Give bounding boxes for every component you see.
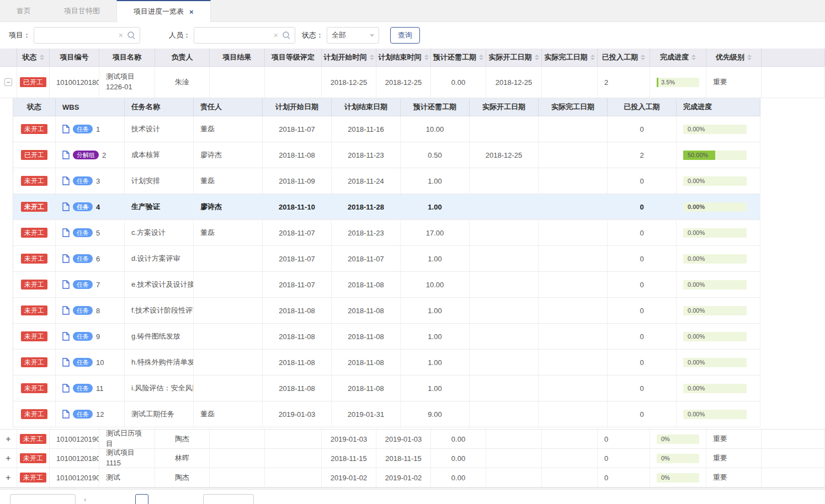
column-header[interactable]: 状态	[13, 98, 56, 116]
wbs-number: 8	[96, 307, 100, 315]
cell-name: 测试项目1115	[99, 449, 155, 468]
cell-plan_start: 2018-11-10	[263, 194, 332, 220]
sort-icon[interactable]	[747, 55, 752, 60]
progress-value: 0.00%	[688, 306, 705, 315]
task-row[interactable]: 未开工任务6d.设计方案评审2018-11-072018-11-071.0000…	[13, 246, 760, 272]
expand-icon[interactable]: +	[4, 454, 12, 462]
cell-progress: 0.00%	[677, 350, 760, 376]
column-header[interactable]: 预计还需工期	[431, 49, 486, 67]
column-header[interactable]: 优先级别	[706, 49, 762, 67]
column-header[interactable]: 计划开始日期	[263, 98, 332, 116]
task-row[interactable]: 未开工任务10h.特殊外购件清单发放2018-11-082018-11-081.…	[13, 350, 760, 376]
task-row[interactable]: 已开工分解组2成本核算廖诗杰2018-11-082018-11-230.5020…	[13, 142, 760, 168]
expand-icon[interactable]: +	[4, 435, 12, 443]
clear-icon[interactable]: ×	[116, 31, 125, 40]
sort-icon[interactable]	[535, 55, 539, 60]
column-header[interactable]: 实际开工日期	[470, 98, 539, 116]
column-header[interactable]: 计划结束时间	[376, 49, 431, 67]
cell-invested: 0	[608, 168, 677, 194]
collapse-icon[interactable]: −	[4, 78, 12, 86]
project-row[interactable]: −已开工1010012018000测试项目1226-01朱淦2018-12-25…	[0, 67, 825, 98]
column-header[interactable]: 项目编号	[50, 49, 99, 67]
clear-icon[interactable]: ×	[272, 31, 280, 40]
task-row[interactable]: 未开工任务7e.技术设计及设计接口2018-11-072018-11-0810.…	[13, 272, 760, 298]
project-row[interactable]: +未开工1010012019000测试陶杰2019-01-022019-01-0…	[0, 468, 825, 487]
column-header[interactable]: 计划结束日期	[332, 98, 401, 116]
column-header[interactable]: 任务名称	[125, 98, 194, 116]
tab-1[interactable]: 首页	[0, 0, 47, 22]
column-header[interactable]: 已投入工期	[608, 98, 677, 116]
cell-actual_start	[486, 430, 542, 449]
column-header[interactable]: 实际完工日期	[542, 49, 598, 67]
task-row[interactable]: 未开工任务11i.风险评估：安全风险2018-11-082018-11-081.…	[13, 376, 760, 401]
task-row[interactable]: 未开工任务8f.技术设计阶段性评审2018-11-082018-11-081.0…	[13, 298, 760, 324]
search-icon[interactable]	[125, 31, 140, 40]
expand-icon[interactable]: +	[4, 474, 12, 481]
project-row[interactable]: +未开工1010012019000测试日历项目陶杰2019-01-032019-…	[0, 430, 825, 449]
task-row[interactable]: 未开工任务1技术设计董磊2018-11-072018-11-1610.0000.…	[13, 116, 760, 142]
wbs-type-badge: 任务	[73, 410, 93, 419]
column-header[interactable]: 完成进度	[650, 49, 706, 67]
cell-actual_end	[542, 67, 598, 98]
cell-owner: 陶杰	[155, 468, 210, 487]
column-header[interactable]: 项目结果	[210, 49, 265, 67]
column-header[interactable]: 实际开工日期	[486, 49, 542, 67]
cell-owner	[194, 350, 263, 376]
page-size-select[interactable]	[10, 494, 76, 504]
person-search-input[interactable]	[194, 28, 272, 42]
wbs-cell: 任务10	[62, 358, 104, 367]
sort-icon[interactable]	[424, 55, 429, 60]
cell-actual_start	[470, 168, 539, 194]
task-row[interactable]: 未开工任务5c.方案设计董磊2018-11-072018-11-2317.000…	[13, 220, 760, 246]
status-select[interactable]: 全部	[327, 27, 379, 44]
sort-icon[interactable]	[590, 55, 595, 60]
column-header[interactable]: 责任人	[194, 98, 263, 116]
column-header[interactable]: 实际完工日期	[539, 98, 608, 116]
task-row[interactable]: 未开工任务9g.铸件图纸发放2018-11-082018-11-081.0000…	[13, 324, 760, 350]
wbs-type-badge: 任务	[73, 358, 93, 367]
cell-invested: 0	[608, 246, 677, 272]
column-header[interactable]: 已投入工期	[598, 49, 650, 67]
close-icon[interactable]: ×	[189, 8, 194, 16]
column-header[interactable]: 计划开始时间	[322, 49, 376, 67]
cell-owner	[194, 272, 263, 298]
cell-actual_start: 2018-12-25	[470, 142, 539, 168]
cell-plan_start: 2018-11-07	[263, 220, 332, 246]
sort-icon[interactable]	[40, 55, 44, 60]
cell-plan_start: 2018-11-08	[263, 142, 332, 168]
wbs-type-badge: 任务	[73, 280, 93, 289]
cell-plan_start: 2018-11-15	[322, 449, 376, 468]
sort-icon[interactable]	[691, 55, 696, 60]
row-filler	[762, 430, 825, 449]
cell-actual_start	[470, 376, 539, 401]
project-row[interactable]: +未开工1010012018000测试项目1115林晖2018-11-15201…	[0, 449, 825, 468]
progress-bar: 0.00%	[683, 384, 747, 393]
task-row[interactable]: 未开工任务12测试工期任务董磊2019-01-032019-01-319.000…	[13, 401, 760, 427]
column-header[interactable]: 负责人	[155, 49, 210, 67]
column-header[interactable]: 项目名称	[99, 49, 155, 67]
task-row[interactable]: 未开工任务3计划安排董磊2018-11-092018-11-241.0000.0…	[13, 168, 760, 194]
current-page-button[interactable]	[135, 494, 148, 504]
sort-icon[interactable]	[370, 55, 374, 60]
column-header[interactable]: 项目等级评定	[265, 49, 322, 67]
prev-page-icon[interactable]: ‹	[84, 495, 86, 503]
status-badge: 未开工	[21, 228, 47, 238]
cell-owner	[194, 324, 263, 350]
tab-3[interactable]: 项目进度一览表×	[116, 0, 211, 22]
column-header[interactable]: 状态	[17, 49, 50, 67]
column-header[interactable]: 预计还需工期	[401, 98, 470, 116]
column-header[interactable]: 完成进度	[677, 98, 760, 116]
query-button[interactable]: 查询	[390, 27, 420, 44]
sort-icon[interactable]	[479, 55, 483, 60]
task-row[interactable]: 未开工任务4生产验证廖诗杰2018-11-102018-11-281.0000.…	[13, 194, 760, 220]
tab-2[interactable]: 项目甘特图	[47, 0, 116, 22]
cell-plan_start: 2018-11-07	[263, 272, 332, 298]
cell-name: 测试工期任务	[125, 401, 194, 427]
wbs-cell: 任务1	[62, 125, 100, 133]
cell-name: 成本核算	[125, 142, 194, 168]
search-icon[interactable]	[280, 31, 295, 40]
project-search-input[interactable]	[34, 28, 116, 42]
sort-icon[interactable]	[641, 55, 645, 60]
goto-page-input[interactable]	[203, 494, 254, 504]
column-header[interactable]: WBS	[56, 98, 125, 116]
